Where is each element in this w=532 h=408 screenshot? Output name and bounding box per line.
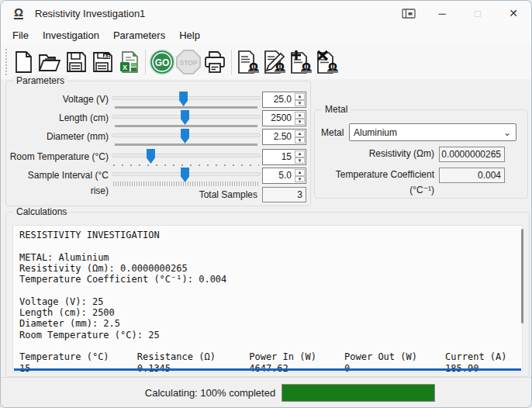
close-button[interactable]: ✕ (496, 1, 531, 26)
calculations-title: Calculations (13, 206, 70, 217)
room-temperature-label: Room Temperature (°C) (8, 149, 109, 164)
spin-up-icon[interactable]: ▲ (295, 130, 305, 137)
go-button[interactable]: GO (149, 47, 175, 77)
chevron-down-icon[interactable]: ⌄ (499, 127, 516, 138)
spin-down-icon[interactable]: ▼ (295, 137, 305, 144)
app-window: Ω Resistivity Investigation1 ─ □ ✕ File … (0, 0, 532, 408)
resistivity-value: 0.0000000265 (439, 147, 505, 162)
add-metal-icon: Ω (288, 50, 313, 74)
maximize-button: □ (460, 1, 496, 26)
slider-thumb[interactable] (181, 168, 189, 182)
diameter-label: Diameter (mm) (8, 129, 109, 144)
minimize-button[interactable]: ─ (424, 1, 460, 26)
svg-text:GO: GO (155, 57, 170, 68)
svg-text:Ω: Ω (328, 61, 337, 73)
spin-up-icon[interactable]: ▲ (295, 93, 305, 100)
print-button[interactable] (202, 47, 228, 77)
sample-interval-input[interactable]: 5.0 ▲▼ (262, 168, 306, 184)
save-button[interactable] (63, 47, 89, 77)
menu-file[interactable]: File (5, 26, 36, 44)
go-icon: GO (149, 49, 175, 75)
slider-thumb[interactable] (179, 92, 188, 106)
sample-interval-slider[interactable] (112, 168, 261, 186)
export-excel-button[interactable]: X (116, 47, 142, 77)
stop-button: STOP (175, 47, 202, 77)
calculations-groupbox: Calculations RESISTIVITY INVESTIGATION M… (5, 212, 530, 377)
results-underline (14, 368, 521, 371)
length-label: Length (cm) (8, 110, 109, 126)
save-as-button[interactable]: As (89, 47, 116, 77)
slider-thumb[interactable] (181, 110, 189, 125)
menu-bar: File Investigation Parameters Help (1, 26, 531, 45)
spin-down-icon[interactable]: ▼ (295, 100, 305, 107)
svg-text:STOP: STOP (180, 59, 198, 67)
title-bar: Ω Resistivity Investigation1 ─ □ ✕ (1, 1, 531, 26)
vertical-scrollbar[interactable] (521, 229, 523, 323)
length-input[interactable]: 2500 ▲▼ (262, 110, 306, 126)
slider-thumb[interactable] (181, 129, 189, 143)
calculations-text: RESISTIVITY INVESTIGATION METAL: Alumini… (13, 226, 522, 372)
save-as-icon: As (91, 50, 114, 74)
edit-metal-icon: Ω (262, 50, 287, 74)
status-bar: Calculating: 100% completed (1, 377, 531, 407)
view-metal-button[interactable]: Ω (235, 47, 261, 77)
printer-icon (202, 50, 227, 74)
progress-bar (282, 384, 435, 402)
temp-coefficient-label: Temperature Coefficient (°C⁻¹) (320, 167, 434, 198)
open-folder-icon (37, 50, 62, 74)
metal-groupbox-title: Metal (322, 104, 351, 115)
menu-parameters[interactable]: Parameters (106, 26, 172, 44)
delete-metal-icon: Ω (315, 50, 340, 74)
menu-investigation[interactable]: Investigation (36, 26, 106, 44)
metal-selected-value: Aluminium (350, 127, 499, 138)
metal-groupbox: Metal Metal Aluminium ⌄ Resistivity (Ωm)… (314, 109, 528, 199)
voltage-label: Voltage (V) (8, 92, 109, 107)
svg-text:X: X (123, 64, 127, 71)
toolbar-grip-handle[interactable] (4, 49, 8, 75)
toolbar: As X GO (1, 45, 531, 79)
total-samples-label: Total Samples (158, 187, 257, 202)
open-file-button[interactable] (36, 47, 63, 77)
spin-down-icon[interactable]: ▼ (295, 157, 305, 164)
length-slider[interactable] (112, 110, 261, 129)
voltage-input[interactable]: 25.0 ▲▼ (262, 92, 306, 108)
toolbar-separator (145, 50, 146, 74)
svg-text:As: As (103, 54, 110, 59)
app-omega-icon: Ω (7, 7, 30, 19)
voltage-slider[interactable] (112, 92, 261, 110)
stop-icon: STOP (175, 49, 202, 75)
status-text: Calculating: 100% completed (145, 387, 275, 399)
svg-text:Ω: Ω (275, 61, 285, 73)
metal-dropdown[interactable]: Aluminium ⌄ (349, 123, 516, 141)
spin-up-icon[interactable]: ▲ (295, 112, 305, 119)
room-temperature-slider[interactable] (112, 149, 261, 168)
resistivity-label: Resistivity (Ωm) (320, 146, 434, 161)
total-samples-value: 3 (262, 187, 306, 202)
excel-icon: X (116, 50, 141, 74)
spin-up-icon[interactable]: ▲ (295, 169, 305, 176)
metal-label: Metal (321, 125, 344, 140)
save-icon (64, 50, 88, 74)
metal-document-icon: Ω (236, 50, 261, 74)
parameters-groupbox: Parameters Voltage (V) 25.0 ▲▼ Length (c… (5, 81, 311, 206)
edit-metal-button[interactable]: Ω (261, 47, 288, 77)
svg-text:Ω: Ω (302, 61, 311, 73)
window-title: Resistivity Investigation1 (35, 8, 145, 19)
delete-metal-button[interactable]: Ω (314, 47, 340, 77)
progress-bar-fill (282, 385, 434, 401)
new-file-button[interactable] (10, 47, 36, 77)
spin-down-icon[interactable]: ▼ (295, 119, 305, 126)
temp-coefficient-value: 0.004 (439, 168, 505, 183)
room-temperature-input[interactable]: 15 ▲▼ (262, 149, 306, 165)
menu-help[interactable]: Help (172, 26, 207, 44)
toolbar-separator (231, 50, 232, 74)
diameter-input[interactable]: 2.50 ▲▼ (262, 129, 306, 145)
svg-text:Ω: Ω (249, 61, 258, 73)
spin-up-icon[interactable]: ▲ (295, 150, 305, 157)
slider-thumb[interactable] (147, 149, 155, 164)
spin-down-icon[interactable]: ▼ (295, 176, 305, 183)
window-preview-icon (393, 1, 424, 26)
calculations-output[interactable]: RESISTIVITY INVESTIGATION METAL: Alumini… (12, 225, 523, 372)
diameter-slider[interactable] (112, 129, 261, 147)
add-metal-button[interactable]: Ω (288, 47, 314, 77)
